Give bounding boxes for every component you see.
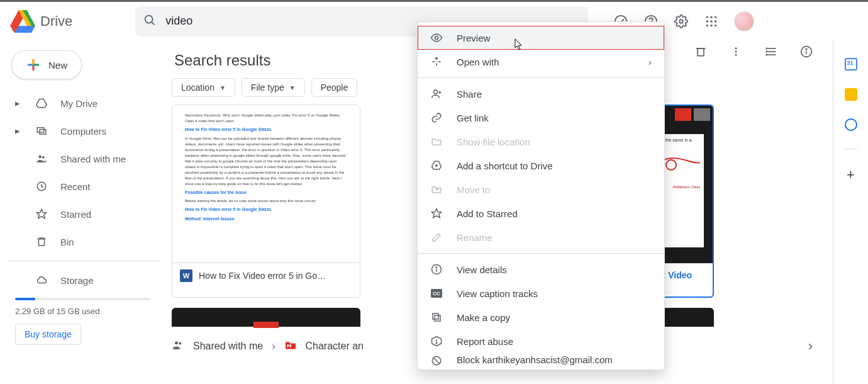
ctx-caption-tracks[interactable]: CC View caption tracks (418, 281, 664, 305)
breadcrumb-root[interactable]: Shared with me (193, 341, 263, 352)
expand-icon: ▸ (15, 98, 23, 109)
sidebar-item-starred[interactable]: ▸ Starred (8, 200, 159, 228)
ctx-block-user[interactable]: Block karthikeyanhsacist@gmail.com (418, 353, 664, 366)
filter-people[interactable]: People (311, 78, 358, 97)
ctx-show-location: Show file location (418, 130, 664, 154)
sidebar: New ▸ My Drive ▸ Computers ▸ Shared with… (0, 40, 164, 384)
ctx-add-shortcut[interactable]: Add a shortcut to Drive (418, 154, 664, 178)
svg-marker-52 (432, 209, 442, 218)
ctx-share[interactable]: Share (418, 82, 664, 106)
filter-file-type[interactable]: File type▼ (242, 78, 305, 97)
storage-bar (15, 298, 151, 300)
info-icon[interactable] (799, 44, 814, 59)
svg-point-45 (435, 37, 438, 40)
svg-point-39 (666, 160, 676, 170)
divider (8, 261, 159, 261)
ctx-label: Make a copy (457, 312, 510, 323)
keep-icon[interactable] (845, 88, 857, 101)
filter-location[interactable]: Location▼ (172, 78, 235, 97)
svg-rect-26 (698, 48, 704, 56)
block-icon (430, 354, 443, 366)
sidebar-item-label: Starred (60, 209, 91, 220)
sidebar-item-my-drive[interactable]: ▸ My Drive (8, 89, 159, 117)
sidebar-item-label: Recent (60, 181, 91, 192)
ctx-preview[interactable]: Preview (418, 26, 664, 50)
ctx-open-with[interactable]: Open with › (418, 50, 664, 74)
svg-rect-57 (433, 313, 438, 319)
sidebar-item-storage[interactable]: ▸ Storage (8, 266, 159, 294)
svg-point-8 (680, 20, 684, 23)
ctx-make-copy[interactable]: Make a copy (418, 305, 664, 329)
svg-point-14 (715, 20, 716, 22)
sidebar-item-label: Storage (60, 275, 94, 286)
caret-down-icon: ▼ (220, 84, 226, 91)
ctx-report-abuse[interactable]: Report abuse (418, 329, 664, 353)
file-card[interactable] (172, 308, 360, 327)
open-with-icon (430, 55, 443, 68)
avatar[interactable] (734, 11, 754, 31)
settings-icon[interactable] (674, 14, 689, 29)
svg-line-4 (152, 21, 154, 24)
svg-point-55 (436, 267, 437, 268)
svg-point-29 (735, 54, 737, 56)
new-button[interactable]: New (11, 50, 82, 79)
svg-point-38 (806, 48, 807, 50)
action-bar (693, 44, 814, 59)
buy-storage-button[interactable]: Buy storage (15, 324, 81, 345)
ctx-get-link[interactable]: Get link (418, 106, 664, 130)
file-thumbnail: Secondary Keywords: Why won't Google sli… (172, 105, 360, 263)
person-add-icon (430, 88, 443, 100)
svg-point-3 (145, 15, 153, 23)
tasks-icon[interactable] (845, 118, 857, 131)
file-caption: W How to Fix Video error 5 in Go… (172, 263, 360, 288)
info-icon (430, 263, 443, 276)
svg-point-13 (711, 20, 713, 22)
apps-icon[interactable] (704, 14, 719, 29)
svg-point-46 (434, 90, 438, 94)
folder-icon (430, 135, 443, 148)
svg-point-60 (436, 342, 437, 344)
caret-down-icon: ▼ (289, 84, 296, 91)
file-title: How to Fix Video error 5 in Go… (199, 271, 326, 281)
right-rail: + (833, 40, 868, 384)
svg-point-41 (175, 341, 178, 344)
svg-marker-24 (37, 210, 47, 218)
ctx-view-details[interactable]: View details (418, 257, 664, 281)
ctx-label: Add a shortcut to Drive (457, 161, 553, 171)
svg-point-10 (711, 16, 713, 18)
search-icon[interactable] (143, 13, 157, 30)
ctx-label: Move to (457, 184, 490, 195)
ctx-rename: Rename (418, 225, 664, 249)
sidebar-item-recent[interactable]: ▸ Recent (8, 172, 159, 200)
ctx-label: Share (457, 89, 482, 99)
sidebar-item-shared[interactable]: ▸ Shared with me (8, 145, 159, 172)
svg-rect-44 (289, 344, 291, 347)
new-button-label: New (48, 60, 67, 71)
star-icon (430, 207, 443, 220)
svg-point-16 (711, 25, 713, 26)
calendar-icon[interactable] (845, 58, 857, 71)
file-card[interactable]: Secondary Keywords: Why won't Google sli… (172, 104, 360, 298)
svg-point-28 (735, 51, 737, 53)
add-addon-button[interactable]: + (847, 167, 855, 183)
separator (418, 253, 664, 254)
svg-point-42 (179, 342, 181, 344)
chevron-right-icon[interactable]: › (808, 338, 813, 354)
sidebar-item-computers[interactable]: ▸ Computers (8, 117, 159, 145)
more-icon[interactable] (728, 44, 743, 59)
list-view-icon[interactable] (764, 44, 779, 59)
recent-icon (35, 180, 48, 193)
ctx-add-starred[interactable]: Add to Starred (418, 201, 664, 225)
svg-marker-18 (36, 99, 47, 108)
sidebar-item-label: My Drive (60, 98, 97, 109)
breadcrumb-current[interactable]: Character an (306, 341, 364, 352)
cc-icon: CC (430, 287, 443, 300)
trash-icon[interactable] (693, 44, 708, 59)
sidebar-item-label: Shared with me (60, 154, 126, 164)
drive-logo-area[interactable]: Drive (10, 9, 72, 34)
ctx-label: Preview (457, 33, 490, 43)
svg-point-15 (706, 25, 708, 26)
sidebar-item-bin[interactable]: ▸ Bin (8, 228, 159, 256)
chevron-right-icon: › (648, 57, 652, 67)
copy-icon (430, 311, 443, 324)
